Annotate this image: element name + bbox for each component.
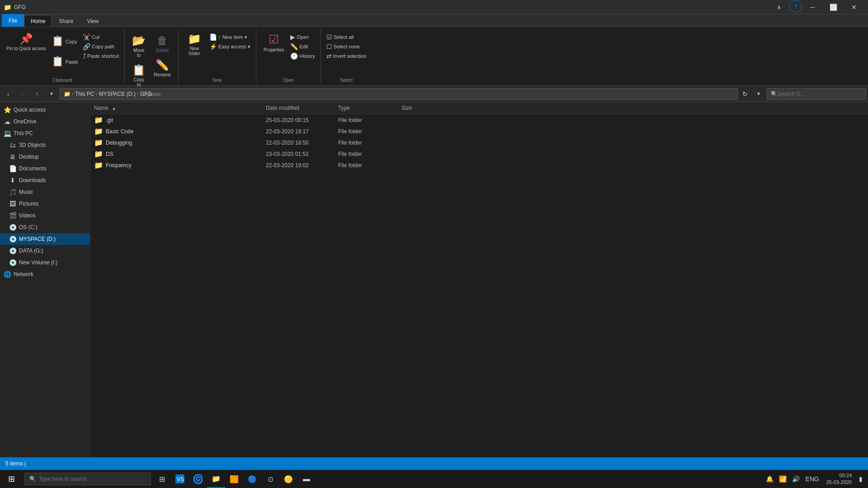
organize-content: 📂 Moveto 📋 Copyto 🗑 Delete ✏️ Rename <box>128 29 175 91</box>
search-expand-btn[interactable]: ▼ <box>752 88 765 100</box>
show-desktop-btn[interactable]: ▮ <box>857 475 864 483</box>
help-btn[interactable]: ? <box>789 0 802 13</box>
sidebar-item-network[interactable]: 🌐 Network <box>0 268 90 280</box>
title-text: GFG <box>14 4 769 10</box>
myspace-d-icon: 💿 <box>9 235 16 243</box>
table-row[interactable]: 📁 .git 25-03-2020 00:15 File folder <box>90 114 868 126</box>
file-date-cell: 23-03-2020 01:52 <box>262 151 335 157</box>
file-name-cell: 📁 Debugging <box>90 138 262 147</box>
minimize-btn[interactable]: ─ <box>802 0 823 14</box>
select-all-btn[interactable]: ☑ Select all <box>325 33 368 42</box>
file-name-text: Basic Code <box>106 128 133 135</box>
tab-view[interactable]: View <box>80 15 105 27</box>
table-row[interactable]: 📁 DS 23-03-2020 01:52 File folder <box>90 148 868 160</box>
sidebar-item-data-g[interactable]: 💿 DATA (G:) <box>0 245 90 257</box>
sidebar-item-videos[interactable]: 🎬 Videos <box>0 210 90 221</box>
computer-icon: 💻 <box>4 130 11 137</box>
copy-btn[interactable]: 📋 Copy <box>50 33 80 51</box>
start-button[interactable]: ⊞ <box>0 470 23 488</box>
copy-to-icon: 📋 <box>132 64 146 76</box>
path-home: 📁 <box>64 91 71 97</box>
file-type-cell: File folder <box>335 151 398 157</box>
collapse-ribbon-btn[interactable]: ∧ <box>769 0 789 14</box>
edit-btn[interactable]: ✏️ Edit <box>288 42 316 51</box>
forward-btn[interactable]: › <box>16 88 29 100</box>
stickynotes-btn[interactable]: 🟡 <box>279 470 297 488</box>
close-btn[interactable]: ✕ <box>844 0 864 14</box>
explorer-btn[interactable]: 📁 <box>207 470 225 488</box>
new-folder-btn[interactable]: 📁 Newfolder <box>182 31 207 58</box>
table-row[interactable]: 📁 Basic Code 22-03-2020 18:17 File folde… <box>90 126 868 137</box>
history-btn[interactable]: 🕐 History <box>288 52 316 61</box>
sidebar-item-this-pc[interactable]: 💻 This PC <box>0 127 90 139</box>
move-to-btn[interactable]: 📂 Moveto <box>128 33 149 60</box>
sidebar-item-downloads[interactable]: ⬇ Downloads <box>0 174 90 186</box>
file-name-cell: 📁 Basic Code <box>90 127 262 136</box>
invert-selection-btn[interactable]: ⇄ Invert selection <box>325 52 368 61</box>
new-item-btn[interactable]: 📄 ↑ New item ▾ <box>208 33 252 42</box>
organize-group: 📂 Moveto 📋 Copyto 🗑 Delete ✏️ Rename <box>125 29 179 84</box>
edge-btn[interactable]: 🌀 <box>189 470 207 488</box>
paste-btn[interactable]: 📋 Paste <box>50 53 80 71</box>
paste-shortcut-btn[interactable]: ⤴ Paste shortcut <box>81 52 121 61</box>
file-name-cell: 📁 .git <box>90 116 262 124</box>
sidebar-item-onedrive[interactable]: ☁ OneDrive <box>0 116 90 127</box>
notification-icon[interactable]: 🔔 <box>764 475 775 483</box>
rename-btn[interactable]: ✏️ Rename <box>150 57 175 79</box>
sidebar-label-new-volume-i: New Volume (I:) <box>19 259 57 266</box>
wifi-icon[interactable]: 📶 <box>777 475 788 483</box>
copy-to-btn[interactable]: 📋 Copyto <box>128 62 149 89</box>
table-row[interactable]: 📁 Debugging 22-03-2020 18:50 File folder <box>90 137 868 148</box>
path-myspace: MYSPACE (D:) <box>99 91 136 97</box>
sidebar-item-pictures[interactable]: 🖼 Pictures <box>0 198 90 210</box>
delete-btn[interactable]: 🗑 Delete <box>150 33 175 55</box>
clipboard-content: 📌 Pin to Quick access 📋 Copy 📋 Paste ✂️ … <box>4 29 121 77</box>
col-size-header[interactable]: Size <box>398 104 443 112</box>
col-date-header[interactable]: Date modified <box>262 104 335 112</box>
cut-btn[interactable]: ✂️ Cut <box>81 33 121 42</box>
taskview-btn[interactable]: ⊞ <box>153 470 171 488</box>
up-btn[interactable]: ↑ <box>31 88 43 100</box>
sidebar-item-3d-objects[interactable]: 🗂 3D Objects <box>0 139 90 151</box>
sidebar-item-os-c[interactable]: 💿 OS (C:) <box>0 221 90 233</box>
language-label[interactable]: ENG <box>803 475 821 483</box>
sidebar-item-desktop[interactable]: 🖥 Desktop <box>0 151 90 163</box>
sidebar-item-music[interactable]: 🎵 Music <box>0 186 90 198</box>
sidebar-item-quick-access[interactable]: ⭐ Quick access <box>0 104 90 116</box>
pin-to-quick-access-btn[interactable]: 📌 Pin to Quick access <box>4 31 49 53</box>
title-icon: 📁 <box>4 4 11 11</box>
tab-share[interactable]: Share <box>52 15 80 27</box>
folder-icon: 📁 <box>94 116 103 124</box>
tab-home[interactable]: Home <box>24 15 52 27</box>
back-btn[interactable]: ‹ <box>2 88 14 100</box>
search-icon: 🔍 <box>771 91 778 97</box>
col-type-header[interactable]: Type <box>335 104 398 112</box>
volume-icon[interactable]: 🔊 <box>790 475 802 483</box>
file-type-cell: File folder <box>335 117 398 123</box>
open-btn[interactable]: ▶ Open <box>288 33 316 42</box>
taskbar-search-input[interactable] <box>39 476 146 482</box>
sidebar-item-documents[interactable]: 📄 Documents <box>0 163 90 174</box>
recent-btn[interactable]: ▼ <box>45 88 58 100</box>
search-input[interactable] <box>778 91 862 97</box>
copy-path-btn[interactable]: 🔗 Copy path <box>81 42 121 51</box>
chrome-btn[interactable]: 🔵 <box>243 470 261 488</box>
sidebar-item-myspace-d[interactable]: 💿 MYSPACE (D:) <box>0 233 90 245</box>
sublime-btn[interactable]: 🟧 <box>225 470 243 488</box>
table-row[interactable]: 📁 Frequency 22-03-2020 19:02 File folder <box>90 160 868 171</box>
select-none-btn[interactable]: ☐ Select none <box>325 42 368 51</box>
sidebar-item-new-volume-i[interactable]: 💿 New Volume (I:) <box>0 257 90 268</box>
col-name-header[interactable]: Name ▲ <box>90 104 262 112</box>
file-header: Name ▲ Date modified Type Size <box>90 102 868 114</box>
tab-file[interactable]: File <box>2 14 24 27</box>
vscode-btn[interactable]: VS <box>171 470 189 488</box>
maximize-btn[interactable]: ⬜ <box>823 0 844 14</box>
refresh-btn[interactable]: ↻ <box>740 89 750 99</box>
easy-access-btn[interactable]: ⚡ Easy access ▾ <box>208 42 252 51</box>
media-btn[interactable]: ⊙ <box>261 470 279 488</box>
new-label: New <box>212 77 222 84</box>
svg-text:VS: VS <box>177 476 184 483</box>
file-type-cell: File folder <box>335 162 398 169</box>
properties-btn[interactable]: ☑ Properties <box>260 31 288 54</box>
terminal-btn[interactable]: ▬ <box>297 470 316 488</box>
